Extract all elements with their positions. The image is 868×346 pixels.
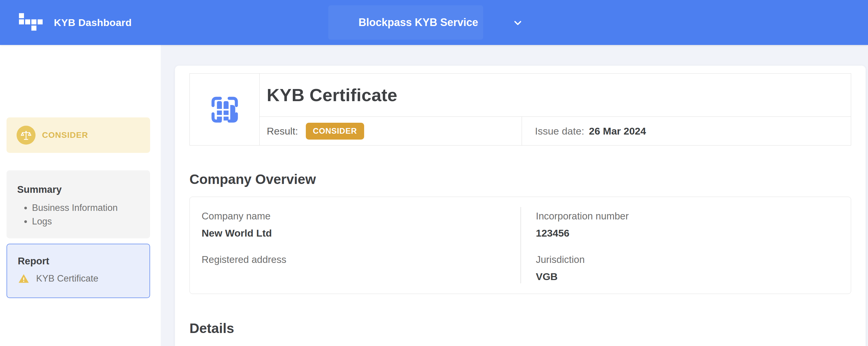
main-content-panel: KYB Certificate Result: CONSIDER Issue d… bbox=[175, 66, 866, 346]
field-label: Registered address bbox=[202, 254, 515, 265]
field-value bbox=[202, 271, 515, 283]
certificate-title-row: KYB Certificate bbox=[260, 74, 851, 117]
kyb-certificate-card: KYB Certificate Result: CONSIDER Issue d… bbox=[189, 73, 851, 145]
field-value: VGB bbox=[536, 271, 845, 283]
certificate-icon-cell bbox=[190, 74, 260, 145]
sidebar: New World Ltd CONSIDER Summary Business … bbox=[0, 45, 161, 346]
sidebar-item-kyb-certificate[interactable]: KYB Certificate bbox=[18, 273, 144, 284]
field-label: Company name bbox=[202, 211, 515, 222]
top-navigation-bar: KYB Dashboard Blockpass KYB Service bbox=[0, 0, 868, 45]
service-selector-label: Blockpass KYB Service bbox=[359, 16, 478, 29]
company-overview-box: Company name New World Ltd Registered ad… bbox=[189, 197, 851, 294]
field-jurisdiction: Jurisdiction VGB bbox=[536, 254, 845, 283]
summary-section-title: Summary bbox=[17, 184, 144, 195]
building-scan-icon bbox=[203, 87, 247, 132]
brand: KYB Dashboard bbox=[19, 0, 132, 45]
scales-icon bbox=[17, 126, 35, 145]
chevron-down-icon bbox=[512, 17, 523, 28]
field-company-name: Company name New World Ltd bbox=[202, 211, 515, 239]
sidebar-section-report[interactable]: Report KYB Certificate bbox=[6, 244, 150, 298]
certificate-card-body: KYB Certificate Result: CONSIDER Issue d… bbox=[260, 74, 851, 145]
summary-links: Business Information Logs bbox=[17, 201, 144, 228]
result-label: Result: bbox=[267, 126, 298, 137]
overview-left-column: Company name New World Ltd Registered ad… bbox=[190, 197, 521, 293]
status-badge: CONSIDER bbox=[42, 130, 88, 140]
result-cell: Result: CONSIDER bbox=[260, 117, 522, 145]
sidebar-section-summary: Summary Business Information Logs bbox=[6, 170, 150, 238]
sidebar-item-logs[interactable]: Logs bbox=[17, 215, 144, 228]
field-value: New World Ltd bbox=[202, 228, 515, 239]
field-value: 123456 bbox=[536, 228, 845, 239]
sidebar-item-business-information[interactable]: Business Information bbox=[17, 201, 144, 215]
verification-status-banner: CONSIDER bbox=[6, 117, 150, 153]
report-section-title: Report bbox=[18, 255, 144, 267]
field-label: Incorporation number bbox=[536, 211, 845, 222]
app-title: KYB Dashboard bbox=[54, 17, 132, 28]
report-item-label: KYB Certificate bbox=[36, 273, 98, 284]
company-overview-heading: Company Overview bbox=[189, 171, 851, 187]
certificate-title: KYB Certificate bbox=[267, 85, 397, 105]
overview-right-column: Incorporation number 123456 Jurisdiction… bbox=[521, 197, 851, 293]
field-registered-address: Registered address bbox=[202, 254, 515, 283]
issue-date-value: 26 Mar 2024 bbox=[589, 126, 646, 137]
certificate-meta-row: Result: CONSIDER Issue date: 26 Mar 2024 bbox=[260, 117, 851, 145]
field-incorporation-number: Incorporation number 123456 bbox=[536, 211, 845, 239]
issue-date-cell: Issue date: 26 Mar 2024 bbox=[522, 117, 851, 145]
warning-icon bbox=[18, 273, 30, 284]
blockpass-logo-icon bbox=[19, 13, 44, 32]
service-selector-dropdown[interactable]: Blockpass KYB Service bbox=[321, 0, 535, 45]
issue-date-label: Issue date: bbox=[535, 126, 584, 137]
result-status-badge: CONSIDER bbox=[306, 123, 364, 140]
account-menu[interactable] bbox=[726, 0, 868, 45]
field-label: Jurisdiction bbox=[536, 254, 845, 265]
details-heading: Details bbox=[189, 320, 851, 336]
